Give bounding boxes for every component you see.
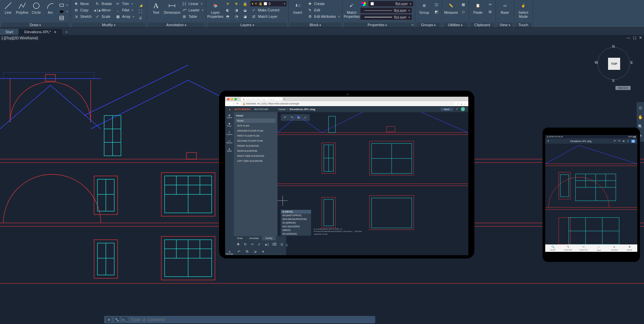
- cut-btn[interactable]: ✂: [486, 1, 494, 7]
- web-help-icon[interactable]: ?: [456, 108, 458, 111]
- base-view-btn[interactable]: ▭Base: [497, 1, 513, 20]
- browser-reload-icon[interactable]: ⟳: [237, 102, 239, 105]
- panel-title-properties[interactable]: Properties▾↘: [344, 22, 414, 27]
- layer-freeze[interactable]: ◒: [241, 7, 249, 13]
- stretch-tool[interactable]: ⇲Stretch: [72, 13, 93, 19]
- trim-tool[interactable]: ✂Trim▾: [114, 1, 135, 7]
- mac-max-icon[interactable]: [234, 98, 237, 100]
- measure-btn[interactable]: 📏Measure: [443, 1, 459, 20]
- layer-state-3[interactable]: 🔒: [241, 1, 249, 7]
- ttool-search[interactable]: 🔍Search: [545, 244, 561, 252]
- mirror-tool[interactable]: ▲|▲Mirror: [93, 7, 113, 13]
- copy-clip-btn[interactable]: ⧉: [486, 9, 494, 15]
- lineweight-combo[interactable]: ByLayer▾: [360, 7, 412, 13]
- layer-off[interactable]: ◑: [232, 7, 240, 13]
- table-tool[interactable]: ⊞Table: [180, 13, 205, 19]
- nav-settings[interactable]: ⚙Settings: [226, 251, 233, 255]
- web-avatar[interactable]: [461, 107, 465, 111]
- view-ground[interactable]: GROUND FLOOR PLAN: [236, 129, 275, 133]
- layer-m3[interactable]: ◕: [241, 13, 249, 19]
- edit-block-btn[interactable]: ✎Edit: [306, 7, 341, 13]
- dimension-tool[interactable]: Dimension: [164, 1, 180, 20]
- compass-w[interactable]: W: [595, 60, 598, 64]
- copy-tool[interactable]: ⧉Copy: [72, 7, 93, 13]
- tablet-export-icon[interactable]: ⇪: [627, 140, 629, 143]
- group-opt2[interactable]: ◩: [433, 9, 440, 15]
- mac-close-icon[interactable]: [227, 98, 229, 100]
- match-properties-btn[interactable]: 🖌Match Properties: [344, 1, 359, 20]
- compass-n[interactable]: N: [612, 44, 615, 48]
- compass-e[interactable]: E: [631, 60, 633, 64]
- view-second[interactable]: SECOND FLOOR PLAN: [236, 139, 275, 143]
- tablet-grid-icon[interactable]: ▦: [631, 140, 635, 143]
- web-offset-icon[interactable]: ⊆: [280, 242, 284, 246]
- group-btn[interactable]: ⊞Group: [417, 1, 432, 20]
- nav-xref[interactable]: 🗎XREF: [227, 148, 232, 152]
- scale-tool[interactable]: ⤢Scale: [93, 13, 113, 19]
- layer-m1[interactable]: ◓: [224, 13, 231, 19]
- web-explode-icon[interactable]: ✶: [261, 249, 265, 254]
- view-left[interactable]: LEFT SIDE ELEVATION: [236, 159, 275, 163]
- offset-tool[interactable]: ⊆: [137, 15, 144, 21]
- nav-blocks[interactable]: ◫Blocks: [226, 140, 232, 144]
- select-mode-btn[interactable]: ☝Select Mode: [516, 1, 531, 20]
- circle-tool[interactable]: Circle: [30, 1, 43, 20]
- browser-back-icon[interactable]: ←: [228, 103, 230, 105]
- nav-prop[interactable]: ▣Prop.: [227, 123, 232, 127]
- polyline-tool[interactable]: Polyline: [15, 1, 29, 20]
- tablet-undo-icon[interactable]: ↶: [614, 140, 616, 143]
- ttool-annotate[interactable]: AAnnotate: [607, 244, 622, 252]
- nav-layers[interactable]: ≋Layers: [226, 131, 232, 135]
- web-scale-icon[interactable]: ⤢: [257, 242, 261, 246]
- tab-start[interactable]: Start: [0, 29, 19, 35]
- ttool-draw[interactable]: ／Draw: [591, 244, 607, 252]
- view-right[interactable]: RIGHT SIDE ELEVATION: [236, 154, 275, 158]
- tablet-redo-icon[interactable]: ↷: [618, 140, 620, 143]
- browser-tab[interactable]: AAutoCAD Web App - Online C✕: [241, 97, 283, 101]
- tooltab-draw[interactable]: Draw: [234, 236, 246, 240]
- color-picker[interactable]: [360, 1, 367, 7]
- util-2[interactable]: ◇: [460, 9, 467, 15]
- ttool-smartpen[interactable]: ✎Smart Pen: [561, 244, 576, 252]
- view-first[interactable]: FIRST FLOOR PLAN: [236, 134, 275, 138]
- panel-title-draw[interactable]: Draw▾: [1, 22, 69, 27]
- tab-file[interactable]: Elevations-XPL*✕: [19, 29, 62, 35]
- explode-tool[interactable]: ⛶: [137, 8, 144, 14]
- panel-title-modify[interactable]: Modify▾: [72, 22, 145, 27]
- hatch-tool[interactable]: [58, 15, 69, 21]
- mac-min-icon[interactable]: [231, 98, 233, 100]
- tablet-canvas[interactable]: [545, 144, 637, 248]
- browser-fwd-icon[interactable]: →: [232, 103, 234, 105]
- util-1[interactable]: ▦: [460, 1, 467, 7]
- layer-combo[interactable]: ●☀🔓0▾: [250, 1, 287, 7]
- tooltab-annotate[interactable]: Annotate: [246, 236, 262, 240]
- view-model[interactable]: Model: [236, 119, 275, 123]
- tooltab-modify[interactable]: Modify: [262, 236, 276, 240]
- rotate-tool[interactable]: ↻Rotate: [93, 1, 113, 7]
- crumb-file[interactable]: Elevations-XPL.dwg: [290, 108, 315, 111]
- suggest-measuregeom[interactable]: MEA (MEASUREGEOM): [281, 217, 311, 221]
- web-rotate-icon[interactable]: ↻: [244, 242, 247, 246]
- ext-2-icon[interactable]: ●: [464, 103, 466, 105]
- create-block-btn[interactable]: ✚Create: [306, 1, 341, 7]
- viewcube-face[interactable]: TOP: [608, 58, 620, 70]
- viewcube[interactable]: N S E W TOP: [595, 45, 632, 82]
- linetype-combo[interactable]: ByLayer▾: [360, 14, 412, 20]
- line-tool[interactable]: Line: [1, 1, 15, 20]
- color-combo[interactable]: ByLayer▾: [368, 1, 414, 7]
- compass-s[interactable]: S: [612, 79, 614, 83]
- paste-btn[interactable]: 📋Paste: [470, 1, 486, 20]
- suggest-mleader[interactable]: MLD (MLEADER): [281, 225, 311, 228]
- nav-zoom-icon[interactable]: 🔍: [638, 124, 643, 129]
- nav-views[interactable]: ▦Views: [227, 114, 232, 119]
- erase-tool[interactable]: ◢: [137, 2, 144, 8]
- cmdline-close-icon[interactable]: ✕: [106, 317, 112, 322]
- leader-tool[interactable]: ↗°Leader▾: [180, 7, 205, 13]
- tablet-layers-icon[interactable]: ≋: [622, 140, 625, 143]
- nav-wheel-icon[interactable]: ◎: [639, 105, 642, 110]
- edit-attr-btn[interactable]: ⚙Edit Attributes▾: [306, 13, 341, 19]
- web-save-btn[interactable]: Save: [441, 108, 453, 111]
- insert-btn[interactable]: ⬇□Insert: [290, 1, 305, 20]
- web-move-icon[interactable]: ✥: [237, 242, 240, 246]
- ttool-quicktrim[interactable]: ✂Quick Trim: [576, 244, 591, 252]
